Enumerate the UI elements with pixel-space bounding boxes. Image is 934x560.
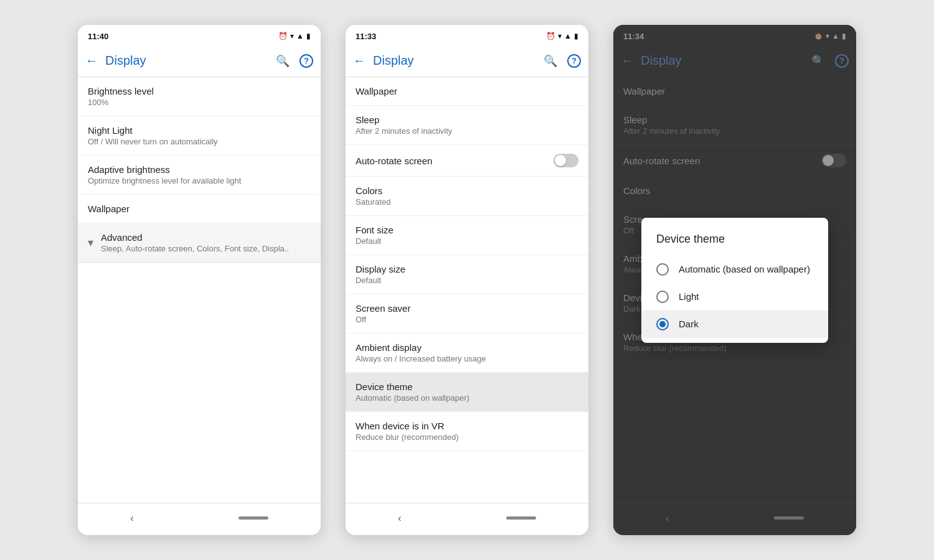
nav-back-2[interactable]: ‹ — [398, 513, 401, 524]
phone-1: 11:40 ⏰ ▾ ▲ ▮ ← Display 🔍 ? Brightness l… — [78, 25, 321, 535]
nav-bar-2: ‹ — [346, 503, 588, 535]
status-icons-2: ⏰ ▾ ▲ ▮ — [546, 32, 578, 40]
radio-light[interactable] — [656, 291, 669, 303]
status-time-1: 11:40 — [88, 32, 108, 41]
dialog-overlay[interactable]: Device theme Automatic (based on wallpap… — [613, 25, 856, 535]
alarm-icon-1: ⏰ — [278, 32, 288, 40]
item-subtitle-colors-2: Saturated — [356, 197, 578, 207]
list-item-devicetheme-2[interactable]: Device theme Automatic (based on wallpap… — [346, 373, 588, 412]
item-subtitle-sleep-2: After 2 minutes of inactivity — [356, 126, 578, 136]
help-icon-2[interactable]: ? — [567, 54, 581, 68]
wifi-icon-1: ▾ — [290, 32, 294, 40]
item-title-colors-2: Colors — [356, 185, 578, 196]
item-subtitle-devicetheme-2: Automatic (based on wallpaper) — [356, 393, 578, 403]
status-bar-1: 11:40 ⏰ ▾ ▲ ▮ — [78, 25, 321, 45]
back-button-1[interactable]: ← — [85, 54, 98, 68]
advanced-item[interactable]: ▾ Advanced Sleep, Auto-rotate screen, Co… — [78, 223, 321, 263]
list-item-vr-2[interactable]: When device is in VR Reduce blur (recomm… — [346, 412, 588, 451]
nav-pill-1 — [238, 516, 268, 520]
item-subtitle-brightness: 100% — [88, 98, 311, 107]
dialog-label-light: Light — [679, 291, 699, 302]
item-title-night-light: Night Light — [88, 125, 311, 136]
radio-dark[interactable] — [656, 318, 669, 330]
item-title-fontsize-2: Font size — [356, 225, 578, 235]
advanced-title: Advanced — [101, 232, 311, 243]
item-title-wallpaper: Wallpaper — [88, 203, 311, 214]
device-theme-dialog: Device theme Automatic (based on wallpap… — [641, 218, 828, 343]
list-item-wallpaper[interactable]: Wallpaper — [78, 195, 321, 223]
settings-list-2: Wallpaper Sleep After 2 minutes of inact… — [346, 77, 588, 503]
item-subtitle-screensaver-2: Off — [356, 315, 578, 324]
alarm-icon-2: ⏰ — [546, 32, 555, 40]
item-subtitle-night-light: Off / Will never turn on automatically — [88, 137, 311, 146]
list-item-screensaver-2[interactable]: Screen saver Off — [346, 294, 588, 334]
item-title-autorotate-2: Auto-rotate screen — [356, 156, 554, 166]
list-item-night-light[interactable]: Night Light Off / Will never turn on aut… — [78, 116, 321, 156]
list-item-fontsize-2[interactable]: Font size Default — [346, 216, 588, 255]
dialog-option-light[interactable]: Light — [641, 283, 828, 310]
item-title-devicetheme-2: Device theme — [356, 381, 578, 392]
nav-bar-1: ‹ — [78, 503, 321, 535]
list-item-displaysize-2[interactable]: Display size Default — [346, 255, 588, 294]
settings-list-1: Brightness level 100% Night Light Off / … — [78, 77, 321, 503]
list-item-wallpaper-2[interactable]: Wallpaper — [346, 77, 588, 106]
item-title-adaptive: Adaptive brightness — [88, 164, 311, 175]
list-item-ambient-2[interactable]: Ambient display Always on / Increased ba… — [346, 334, 588, 373]
search-icon-2[interactable]: 🔍 — [544, 54, 557, 68]
toggle-knob-2 — [555, 155, 566, 166]
list-item-sleep-2[interactable]: Sleep After 2 minutes of inactivity — [346, 106, 588, 145]
back-button-2[interactable]: ← — [353, 54, 366, 68]
app-bar-2: ← Display 🔍 ? — [346, 45, 588, 77]
nav-back-1[interactable]: ‹ — [130, 513, 133, 524]
item-subtitle-ambient-2: Always on / Increased battery usage — [356, 354, 578, 363]
item-subtitle-vr-2: Reduce blur (recommended) — [356, 432, 578, 442]
item-title-wallpaper-2: Wallpaper — [356, 86, 578, 96]
list-item-brightness[interactable]: Brightness level 100% — [78, 77, 321, 116]
phone-2: 11:33 ⏰ ▾ ▲ ▮ ← Display 🔍 ? Wallpaper Sl… — [346, 25, 588, 535]
chevron-down-icon: ▾ — [88, 236, 93, 250]
dialog-label-dark: Dark — [679, 319, 699, 329]
autorotate-toggle-2[interactable] — [554, 154, 578, 167]
item-subtitle-adaptive: Optimize brightness level for available … — [88, 176, 311, 185]
list-item-adaptive[interactable]: Adaptive brightness Optimize brightness … — [78, 156, 321, 195]
app-bar-1: ← Display 🔍 ? — [78, 45, 321, 77]
list-item-autorotate-2[interactable]: Auto-rotate screen — [346, 145, 588, 177]
nav-pill-2 — [506, 516, 536, 520]
item-title-screensaver-2: Screen saver — [356, 303, 578, 314]
status-bar-2: 11:33 ⏰ ▾ ▲ ▮ — [346, 25, 588, 45]
app-title-1: Display — [105, 54, 276, 68]
status-icons-1: ⏰ ▾ ▲ ▮ — [278, 32, 311, 40]
list-item-colors-2[interactable]: Colors Saturated — [346, 177, 588, 216]
phone-3: 11:34 ⏰ ▾ ▲ ▮ ← Display 🔍 ? Wallpaper Sl… — [613, 25, 856, 535]
radio-automatic[interactable] — [656, 263, 669, 276]
dialog-option-dark[interactable]: Dark — [641, 310, 828, 338]
item-title-vr-2: When device is in VR — [356, 421, 578, 431]
dialog-option-automatic[interactable]: Automatic (based on wallpaper) — [641, 256, 828, 283]
search-icon-1[interactable]: 🔍 — [276, 54, 290, 68]
item-title-displaysize-2: Display size — [356, 264, 578, 274]
item-title-ambient-2: Ambient display — [356, 342, 578, 353]
status-time-2: 11:33 — [356, 32, 376, 41]
help-icon-1[interactable]: ? — [300, 54, 313, 68]
battery-icon-2: ▮ — [574, 32, 578, 40]
app-bar-icons-2: 🔍 ? — [544, 54, 581, 68]
item-subtitle-displaysize-2: Default — [356, 276, 578, 285]
signal-icon-2: ▲ — [564, 32, 572, 40]
wifi-icon-2: ▾ — [558, 32, 562, 40]
signal-icon-1: ▲ — [296, 32, 304, 40]
item-subtitle-fontsize-2: Default — [356, 236, 578, 246]
dialog-label-automatic: Automatic (based on wallpaper) — [679, 264, 810, 274]
app-title-2: Display — [373, 54, 544, 68]
item-title-sleep-2: Sleep — [356, 114, 578, 125]
advanced-subtitle: Sleep, Auto-rotate screen, Colors, Font … — [101, 244, 311, 253]
app-bar-icons-1: 🔍 ? — [276, 54, 313, 68]
battery-icon-1: ▮ — [306, 32, 311, 40]
dialog-title: Device theme — [641, 233, 828, 256]
radio-inner-dark — [659, 321, 666, 327]
item-title-brightness: Brightness level — [88, 86, 311, 96]
